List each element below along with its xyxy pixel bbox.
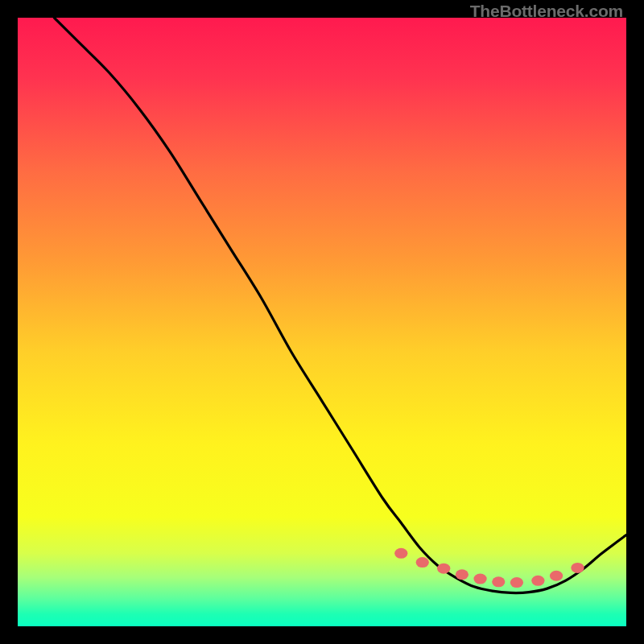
gradient-bg [18, 18, 626, 626]
marker-dot [456, 569, 469, 580]
marker-dot [492, 576, 505, 587]
marker-dot [394, 548, 407, 559]
watermark-text: TheBottleneck.com [470, 2, 623, 21]
marker-dot [510, 577, 523, 588]
marker-dot [531, 576, 544, 586]
marker-dot [437, 564, 450, 574]
marker-dot [473, 574, 486, 584]
marker-dot [571, 563, 584, 573]
marker-dot [550, 571, 563, 581]
chart-frame [18, 18, 626, 626]
marker-dot [416, 557, 429, 568]
chart-svg [18, 18, 626, 626]
